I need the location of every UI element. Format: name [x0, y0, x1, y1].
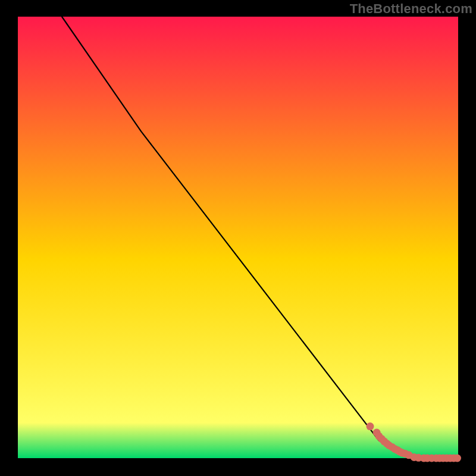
bottleneck-chart — [0, 0, 476, 476]
watermark-text: TheBottleneck.com — [350, 1, 472, 17]
marker-point — [453, 455, 461, 462]
plot-background — [18, 17, 458, 458]
chart-frame: TheBottleneck.com — [0, 0, 476, 476]
marker-point — [367, 422, 374, 430]
